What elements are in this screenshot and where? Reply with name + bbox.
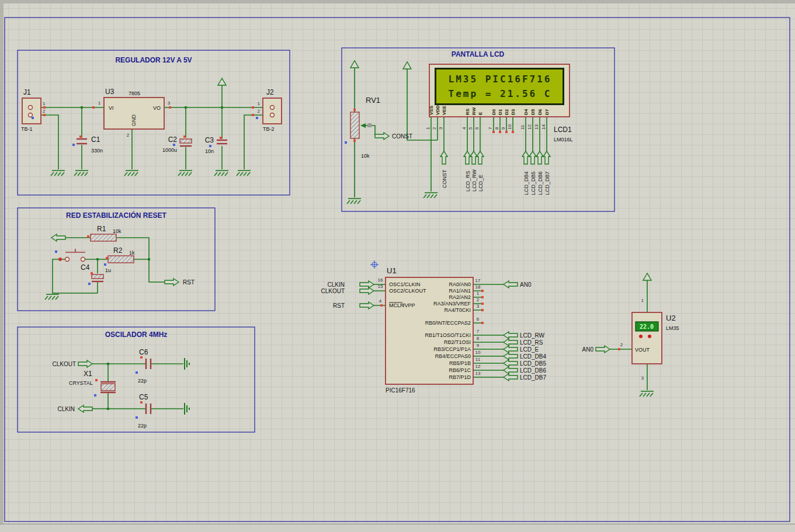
- ground-symbol[interactable]: [423, 193, 438, 198]
- sensor-dot: [648, 335, 651, 338]
- clkout-net-label: CLKOUT: [321, 288, 345, 294]
- lcd-pin-label: D0: [491, 109, 497, 115]
- component-j2[interactable]: [263, 98, 282, 124]
- rst-terminal-arrow[interactable]: [165, 279, 179, 286]
- an0-net-label: AN0: [582, 346, 594, 353]
- u3-pin-gnd-label: GND: [131, 114, 137, 127]
- rv1-ref-label: RV1: [366, 96, 380, 105]
- lcd-db7-terminal-arrow[interactable]: [504, 374, 518, 381]
- component-push-button[interactable]: [65, 249, 86, 262]
- sensor-reading: 22.0: [640, 324, 654, 330]
- ground-symbol[interactable]: [347, 199, 361, 204]
- component-c1[interactable]: [77, 139, 87, 144]
- origin-marker: [370, 260, 379, 269]
- ground-symbol[interactable]: [640, 391, 654, 397]
- lcd-display-line1: LM35 PIC16F716: [449, 74, 552, 85]
- clkout-terminal-arrow[interactable]: [360, 287, 374, 294]
- reset-section: RED ESTABILIZACIÓN RESET RST R1 10k R2 1…: [18, 208, 215, 311]
- lcd1-ref-label: LCD1: [554, 126, 572, 134]
- ground-symbol[interactable]: [51, 171, 65, 176]
- ground-symbol[interactable]: [45, 294, 59, 300]
- power-terminal[interactable]: [218, 78, 226, 85]
- net-terminal-up[interactable]: [536, 151, 543, 164]
- an0-terminal-arrow[interactable]: [596, 346, 610, 353]
- lcd-db5-terminal-arrow[interactable]: [504, 360, 518, 367]
- lcd-pin-label: D4: [523, 109, 529, 115]
- rst-terminal-arrow[interactable]: [360, 302, 374, 309]
- lcd-db5-net-label: LCD_DB5: [520, 360, 546, 367]
- ground-symbol[interactable]: [124, 171, 138, 176]
- lcd-db4-terminal-arrow[interactable]: [504, 353, 518, 360]
- c3-value-label: 10n: [205, 148, 214, 154]
- component-r1[interactable]: [91, 234, 116, 241]
- net-terminal-up[interactable]: [529, 151, 536, 164]
- j2-ref-label: J2: [266, 88, 274, 96]
- clkin-terminal-arrow[interactable]: [360, 281, 374, 288]
- schematic-canvas[interactable]: REGULADOR 12V A 5V J1 TB-1 1 2 U3 7805 V…: [0, 0, 795, 532]
- clkout-terminal-arrow[interactable]: [78, 360, 92, 367]
- clkin-net-label: CLKIN: [328, 281, 345, 288]
- mcu-right-pin-numbers: 17 18 1 2 3 6 7 8 9 10 11 12 13: [475, 278, 481, 376]
- lcd-pin-number: 11: [520, 124, 525, 130]
- net-terminal-up[interactable]: [470, 151, 477, 164]
- lcd-db6-terminal-arrow[interactable]: [504, 367, 518, 374]
- u3-pin1-number: 1: [98, 100, 101, 106]
- component-c2[interactable]: [180, 139, 192, 146]
- mcu-net-labels: AN0 LCD_RW LCD_RS LCD_E LCD_DB4 LCD_DB5 …: [520, 281, 546, 381]
- ground-symbol[interactable]: [237, 171, 251, 176]
- pin-name: RB6/P1C: [449, 367, 471, 373]
- clkin-terminal-arrow[interactable]: [78, 405, 92, 412]
- lcd-e-terminal-arrow[interactable]: [504, 346, 518, 353]
- reset-wires[interactable]: [53, 238, 166, 293]
- reset-input-terminal[interactable]: [51, 234, 65, 241]
- sensor-pin-markers: [618, 348, 620, 350]
- component-rv1-pot[interactable]: [350, 112, 372, 138]
- u3-pin-vi-label: VI: [109, 105, 114, 111]
- net-terminal-up[interactable]: [543, 151, 550, 164]
- power-terminal[interactable]: [403, 62, 411, 69]
- an0-terminal-arrow[interactable]: [504, 281, 518, 288]
- lcd-pin-number: 9: [501, 127, 506, 130]
- power-terminal[interactable]: [643, 273, 651, 280]
- regulator-section: REGULADOR 12V A 5V J1 TB-1 1 2 U3 7805 V…: [18, 50, 290, 195]
- component-c6[interactable]: [146, 359, 151, 369]
- component-j1[interactable]: [22, 98, 41, 124]
- an0-net-label: AN0: [520, 281, 532, 288]
- ground-symbol[interactable]: [74, 171, 88, 176]
- pin-name-vpp: /VPP: [403, 302, 415, 308]
- lcd-pin-number: 10: [507, 124, 512, 130]
- component-u2-lm35[interactable]: 22.0 VOUT: [632, 312, 662, 364]
- clkout-net-label: CLKOUT: [52, 361, 76, 367]
- pin-name: RA2/AN2: [449, 294, 471, 300]
- pin-name: RB2/T1OSI: [444, 339, 471, 345]
- lcd-pin-label: VDD: [435, 105, 440, 115]
- ground-symbol[interactable]: [178, 171, 192, 176]
- net-terminal-up[interactable]: [464, 151, 471, 164]
- component-c5[interactable]: [146, 404, 151, 414]
- oscillator-title: OSCILADOR 4MHz: [105, 331, 168, 339]
- c5-ref-label: C5: [139, 393, 148, 401]
- net-terminal-up[interactable]: [522, 151, 529, 164]
- power-terminal[interactable]: [350, 61, 359, 68]
- pin-number: 13: [475, 371, 481, 376]
- c6-ref-label: C6: [139, 348, 148, 356]
- const-terminal-arrow[interactable]: [375, 133, 389, 140]
- j1-pin1-number: 1: [43, 101, 46, 106]
- net-terminal-up[interactable]: [477, 151, 484, 164]
- ground-symbol[interactable]: [214, 171, 228, 176]
- component-lcd1[interactable]: LM35 PIC16F716 Temp = 21.56 C: [429, 64, 570, 117]
- lcd-rw-terminal-arrow[interactable]: [504, 332, 518, 339]
- lcd-rs-terminal-arrow[interactable]: [504, 339, 518, 346]
- pin-number: 11: [475, 357, 481, 362]
- pin-number: 18: [475, 284, 481, 290]
- lcd-pin-label: VSS: [429, 105, 434, 115]
- net-terminal-up[interactable]: [440, 151, 447, 164]
- component-c3[interactable]: [217, 140, 227, 144]
- component-x1-crystal[interactable]: [100, 382, 116, 392]
- c6-value-label: 22p: [138, 378, 147, 384]
- component-r2[interactable]: [108, 256, 134, 263]
- pin-name: RA4/T0CKI: [444, 307, 471, 313]
- rail-bars[interactable]: [185, 358, 189, 415]
- regulator-title: REGULADOR 12V A 5V: [115, 56, 192, 64]
- component-c4[interactable]: [92, 274, 103, 281]
